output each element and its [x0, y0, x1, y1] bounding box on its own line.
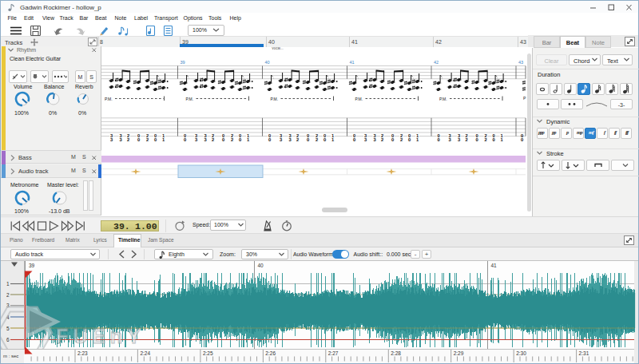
svg-text:39: 39	[181, 60, 185, 65]
svg-text:5: 5	[6, 326, 10, 331]
svg-text:2: 2	[484, 137, 486, 142]
svg-text:0: 0	[437, 137, 439, 142]
svg-text:P.M.: P.M.	[271, 97, 279, 101]
svg-text:P.M.: P.M.	[186, 97, 194, 101]
svg-text:2: 2	[465, 137, 467, 142]
svg-text:40: 40	[265, 60, 270, 65]
svg-text:0: 0	[353, 137, 355, 142]
svg-text:2:25: 2:25	[203, 350, 213, 356]
svg-text:1: 1	[6, 281, 10, 287]
svg-text:0: 0	[323, 137, 326, 142]
svg-text:40: 40	[258, 263, 264, 268]
svg-text:P.M.: P.M.	[355, 97, 363, 101]
svg-text:0: 0	[222, 137, 224, 142]
svg-text:43: 43	[518, 60, 523, 65]
svg-text:P: P	[523, 96, 526, 101]
svg-text:2: 2	[146, 137, 149, 142]
svg-text:P.M.: P.M.	[439, 97, 447, 101]
svg-text:0: 0	[184, 137, 186, 142]
svg-text:2:27: 2:27	[328, 350, 339, 356]
svg-text:2: 2	[296, 137, 299, 142]
svg-text:2:23: 2:23	[77, 350, 88, 356]
svg-text:2:28: 2:28	[391, 350, 401, 356]
svg-text:0: 0	[154, 137, 157, 142]
svg-text:0: 0	[137, 137, 140, 142]
svg-text:0: 0	[307, 137, 309, 142]
svg-text:41: 41	[350, 60, 355, 65]
svg-text:2: 2	[6, 292, 10, 298]
svg-text:2: 2	[212, 137, 214, 142]
svg-text:2: 2	[316, 137, 318, 142]
svg-text:P.M.: P.M.	[105, 97, 113, 101]
svg-text:2:30: 2:30	[516, 350, 526, 356]
svg-text:41: 41	[491, 263, 498, 268]
svg-text:2:26: 2:26	[265, 350, 276, 356]
svg-text:0: 0	[268, 137, 271, 142]
svg-text:0: 0	[521, 137, 523, 142]
svg-text:m : sec: m : sec	[3, 354, 18, 358]
svg-text:2:29: 2:29	[454, 350, 464, 356]
svg-text:0: 0	[391, 137, 394, 142]
svg-text:0: 0	[475, 137, 478, 142]
svg-text:2: 2	[400, 137, 403, 142]
svg-text:0: 0	[239, 137, 241, 142]
svg-text:0: 0	[408, 137, 411, 142]
svg-text:42: 42	[434, 60, 439, 65]
svg-text:FUEnY: FUEnY	[56, 325, 145, 347]
svg-text:39: 39	[29, 263, 35, 268]
svg-text:2: 2	[381, 137, 383, 142]
svg-text:2:24: 2:24	[140, 350, 150, 356]
svg-text:0: 0	[492, 137, 494, 142]
svg-text:2:31: 2:31	[579, 350, 589, 356]
svg-text:2: 2	[127, 137, 129, 142]
svg-text:Vocal...: Vocal...	[272, 47, 284, 50]
svg-text:2: 2	[231, 137, 233, 142]
svg-text:6: 6	[6, 337, 10, 342]
